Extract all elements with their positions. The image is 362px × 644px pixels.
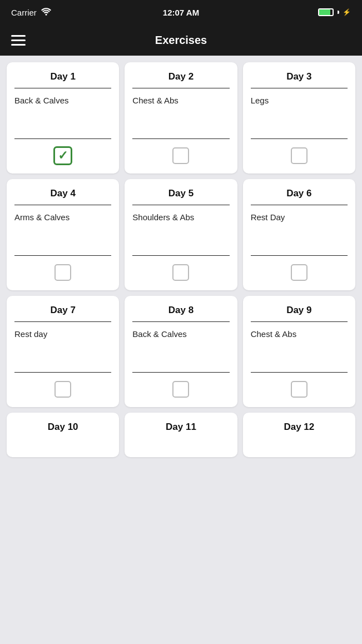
bottom-divider <box>14 372 111 373</box>
checkbox-empty[interactable] <box>291 264 308 281</box>
top-divider <box>132 321 229 322</box>
day-title: Day 3 <box>251 71 348 82</box>
nav-bar: Exercises <box>0 24 362 56</box>
checkbox-area[interactable] <box>251 146 348 166</box>
page-title: Exercises <box>155 34 207 47</box>
checkbox-area[interactable] <box>132 262 229 283</box>
bottom-divider <box>132 372 229 373</box>
checkbox-empty[interactable] <box>54 381 71 398</box>
day-title: Day 8 <box>132 305 229 316</box>
top-divider <box>132 88 229 88</box>
status-bar: Carrier 12:07 AM ⚡ <box>0 0 362 24</box>
top-divider <box>14 321 111 322</box>
cards-grid: Day 1 Back & Calves ✓ Day 2 Chest & Abs … <box>0 56 362 464</box>
exercise-name: Rest Day <box>251 212 348 255</box>
day-card[interactable]: Day 2 Chest & Abs <box>125 62 237 174</box>
exercise-name: Legs <box>251 95 348 138</box>
day-card[interactable]: Day 9 Chest & Abs <box>243 296 355 407</box>
top-divider <box>251 205 348 205</box>
day-title: Day 6 <box>251 188 348 199</box>
charging-icon: ⚡ <box>343 8 351 16</box>
status-left: Carrier <box>11 8 51 17</box>
exercise-name: Back & Calves <box>132 329 229 372</box>
top-divider <box>251 321 348 322</box>
checkbox-area[interactable] <box>14 379 111 399</box>
day-card[interactable]: Day 4 Arms & Calves <box>7 179 119 290</box>
bottom-divider <box>14 138 111 139</box>
top-divider <box>14 88 111 88</box>
checkbox-empty[interactable] <box>54 264 71 281</box>
battery-icon <box>318 8 334 16</box>
checkbox-empty[interactable] <box>172 264 189 281</box>
day-card-partial[interactable]: Day 10 <box>7 413 119 457</box>
checkbox-area[interactable] <box>251 379 348 399</box>
bottom-divider <box>14 255 111 256</box>
checkbox-area[interactable] <box>14 262 111 283</box>
checkbox-empty[interactable] <box>172 381 189 398</box>
day-card[interactable]: Day 6 Rest Day <box>243 179 355 290</box>
day-card-partial[interactable]: Day 11 <box>125 413 237 457</box>
checkbox-checked[interactable]: ✓ <box>53 146 72 165</box>
bottom-divider <box>132 255 229 256</box>
exercise-name: Chest & Abs <box>132 95 229 138</box>
top-divider <box>251 88 348 88</box>
wifi-icon <box>41 8 51 17</box>
checkbox-empty[interactable] <box>291 381 308 398</box>
day-card-partial[interactable]: Day 12 <box>243 413 355 457</box>
exercise-name: Back & Calves <box>14 95 111 138</box>
day-card[interactable]: Day 8 Back & Calves <box>125 296 237 407</box>
bottom-divider <box>251 138 348 139</box>
exercise-name: Arms & Calves <box>14 212 111 255</box>
bottom-divider <box>132 138 229 139</box>
day-title: Day 1 <box>14 71 111 82</box>
checkbox-area[interactable]: ✓ <box>14 146 111 166</box>
day-title-partial: Day 11 <box>132 422 229 433</box>
checkbox-empty[interactable] <box>172 147 189 164</box>
carrier-label: Carrier <box>11 8 37 17</box>
day-title: Day 2 <box>132 71 229 82</box>
day-title: Day 7 <box>14 305 111 316</box>
checkbox-area[interactable] <box>251 262 348 283</box>
exercise-name: Rest day <box>14 329 111 372</box>
battery-tip <box>338 11 339 14</box>
checkbox-empty[interactable] <box>291 147 308 164</box>
day-title-partial: Day 12 <box>251 422 348 433</box>
day-card[interactable]: Day 3 Legs <box>243 62 355 174</box>
day-title: Day 5 <box>132 188 229 199</box>
bottom-divider <box>251 255 348 256</box>
bottom-divider <box>251 372 348 373</box>
day-title: Day 9 <box>251 305 348 316</box>
checkbox-area[interactable] <box>132 379 229 399</box>
day-title-partial: Day 10 <box>14 422 111 433</box>
menu-button[interactable] <box>11 35 26 46</box>
checkbox-area[interactable] <box>132 146 229 166</box>
svg-point-0 <box>45 13 47 15</box>
top-divider <box>14 205 111 205</box>
day-title: Day 4 <box>14 188 111 199</box>
exercise-name: Shoulders & Abs <box>132 212 229 255</box>
exercise-name: Chest & Abs <box>251 329 348 372</box>
checkmark-icon: ✓ <box>58 150 68 162</box>
day-card[interactable]: Day 7 Rest day <box>7 296 119 407</box>
day-card[interactable]: Day 1 Back & Calves ✓ <box>7 62 119 174</box>
status-time: 12:07 AM <box>163 8 199 17</box>
status-right: ⚡ <box>318 8 351 16</box>
day-card[interactable]: Day 5 Shoulders & Abs <box>125 179 237 290</box>
top-divider <box>132 205 229 205</box>
